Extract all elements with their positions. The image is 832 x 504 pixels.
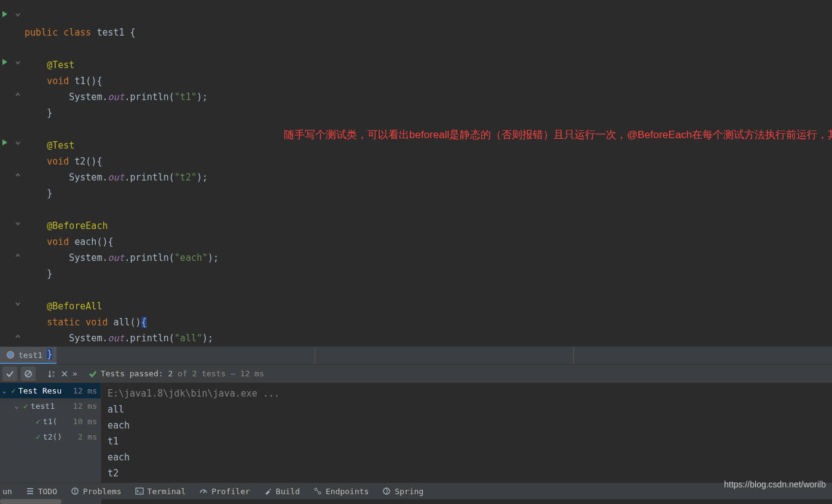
list-icon bbox=[26, 487, 34, 495]
string: "t2" bbox=[175, 172, 197, 183]
field-out: out bbox=[108, 172, 124, 183]
test-tree: ⌄ ✓ Test Resu 12 ms ⌄ ✓ test1 12 ms ✓ t1… bbox=[0, 383, 101, 483]
console-line: each bbox=[108, 452, 130, 463]
expand-icon[interactable] bbox=[60, 370, 69, 378]
endpoints-tool[interactable]: Endpoints bbox=[307, 483, 375, 499]
spring-label: Spring bbox=[394, 487, 423, 496]
semi: ); bbox=[197, 172, 208, 183]
keyword: void bbox=[47, 236, 69, 247]
sys: System. bbox=[69, 172, 108, 183]
hammer-icon bbox=[264, 487, 272, 495]
string: "all" bbox=[175, 333, 202, 344]
check-icon bbox=[6, 370, 14, 378]
svg-line-13 bbox=[316, 490, 319, 492]
annotation: @BeforeEach bbox=[47, 220, 108, 231]
println: .println( bbox=[125, 333, 175, 344]
sort-icon[interactable]: az bbox=[48, 370, 57, 378]
annotation: @Test bbox=[47, 60, 74, 71]
fold-end-icon[interactable] bbox=[15, 252, 21, 258]
svg-text:z: z bbox=[52, 373, 55, 378]
chevron-icon[interactable]: » bbox=[73, 369, 77, 378]
console-output[interactable]: E:\java1.8\jdk\bin\java.exe ... all each… bbox=[101, 383, 832, 483]
field-out: out bbox=[108, 333, 124, 344]
tree-time: 2 ms bbox=[78, 432, 101, 441]
check-icon: ✓ bbox=[11, 386, 16, 395]
keyword: static bbox=[47, 317, 80, 328]
keyword: void bbox=[85, 317, 108, 328]
string: "t1" bbox=[175, 91, 197, 103]
chevron-down-icon[interactable]: ⌄ bbox=[15, 403, 21, 409]
tree-label: t2() bbox=[43, 432, 62, 441]
chevron-down-icon[interactable]: ⌄ bbox=[2, 387, 9, 394]
tree-time: 12 ms bbox=[73, 401, 101, 411]
run-label: un bbox=[2, 487, 12, 496]
gauge-icon bbox=[199, 487, 208, 495]
profiler-tool[interactable]: Profiler bbox=[193, 483, 256, 499]
fold-end-icon[interactable] bbox=[15, 172, 21, 178]
tree-test[interactable]: ✓ t1( 10 ms bbox=[0, 414, 101, 429]
keyword: void bbox=[47, 76, 69, 87]
terminal-icon bbox=[135, 487, 144, 495]
console-line: t1 bbox=[108, 436, 119, 447]
run-test-icon[interactable] bbox=[1, 139, 9, 146]
parens: () bbox=[130, 317, 141, 328]
bottom-toolbar: un TODO Problems Terminal Profiler Build… bbox=[0, 483, 832, 499]
run-class-icon[interactable] bbox=[1, 10, 9, 18]
show-passed-button[interactable] bbox=[2, 366, 17, 381]
brace: } bbox=[47, 107, 52, 118]
terminal-tool[interactable]: Terminal bbox=[129, 483, 192, 499]
fold-icon[interactable] bbox=[15, 301, 21, 307]
brace: { bbox=[125, 27, 136, 38]
svg-point-8 bbox=[74, 492, 76, 494]
semi: ); bbox=[202, 333, 213, 344]
tree-label: t1( bbox=[43, 417, 57, 426]
todo-tool[interactable]: TODO bbox=[20, 483, 63, 499]
brace: { bbox=[141, 317, 147, 328]
build-tool[interactable]: Build bbox=[257, 483, 306, 499]
todo-label: TODO bbox=[38, 487, 57, 496]
sys: System. bbox=[69, 252, 108, 263]
profiler-label: Profiler bbox=[211, 487, 250, 496]
brace: } bbox=[47, 188, 52, 199]
run-test-icon[interactable] bbox=[1, 58, 9, 66]
spring-tool[interactable]: Spring bbox=[376, 483, 430, 499]
brace: } bbox=[47, 349, 52, 360]
field-out: out bbox=[108, 91, 124, 103]
fold-icon[interactable] bbox=[15, 60, 21, 66]
keyword: class bbox=[63, 27, 91, 38]
console-line: t2 bbox=[108, 468, 119, 479]
fold-icon[interactable] bbox=[15, 220, 21, 227]
console-line: each bbox=[108, 420, 130, 431]
svg-line-10 bbox=[203, 490, 205, 493]
parens: (){ bbox=[85, 76, 102, 87]
breadcrumb-bar: test1 × bbox=[0, 346, 832, 365]
results-area: ⌄ ✓ Test Resu 12 ms ⌄ ✓ test1 12 ms ✓ t1… bbox=[0, 383, 832, 483]
println: .println( bbox=[125, 91, 175, 103]
parens: (){ bbox=[85, 156, 102, 167]
fold-end-icon[interactable] bbox=[15, 333, 21, 339]
fold-end-icon[interactable] bbox=[15, 91, 21, 98]
class-icon bbox=[6, 351, 15, 359]
code-content[interactable]: public class test1 { @Test void t1(){ Sy… bbox=[23, 0, 832, 346]
editor-area: public class test1 { @Test void t1(){ Sy… bbox=[0, 0, 832, 346]
check-icon: ✓ bbox=[36, 432, 41, 441]
scrollbar-horizontal[interactable] bbox=[0, 499, 101, 504]
total-tests-label: of 2 tests – 12 ms bbox=[173, 369, 264, 378]
run-tool[interactable]: un bbox=[2, 483, 18, 499]
brace: } bbox=[47, 268, 52, 279]
fold-icon[interactable] bbox=[15, 140, 21, 146]
watermark: https://blog.csdn.net/worilb bbox=[724, 479, 826, 489]
tree-class[interactable]: ⌄ ✓ test1 12 ms bbox=[0, 398, 101, 414]
tree-test[interactable]: ✓ t2() 2 ms bbox=[0, 429, 101, 444]
tree-root[interactable]: ⌄ ✓ Test Resu 12 ms bbox=[0, 383, 101, 398]
tests-passed-label: Tests passed: bbox=[101, 369, 168, 378]
console-line: all bbox=[108, 404, 124, 415]
keyword: public bbox=[25, 27, 58, 38]
field-out: out bbox=[108, 252, 124, 263]
build-label: Build bbox=[276, 487, 300, 496]
endpoints-label: Endpoints bbox=[326, 487, 369, 496]
fold-icon[interactable] bbox=[15, 12, 21, 18]
endpoints-icon bbox=[313, 487, 322, 495]
method-name: all bbox=[114, 317, 130, 328]
problems-tool[interactable]: Problems bbox=[65, 483, 128, 499]
